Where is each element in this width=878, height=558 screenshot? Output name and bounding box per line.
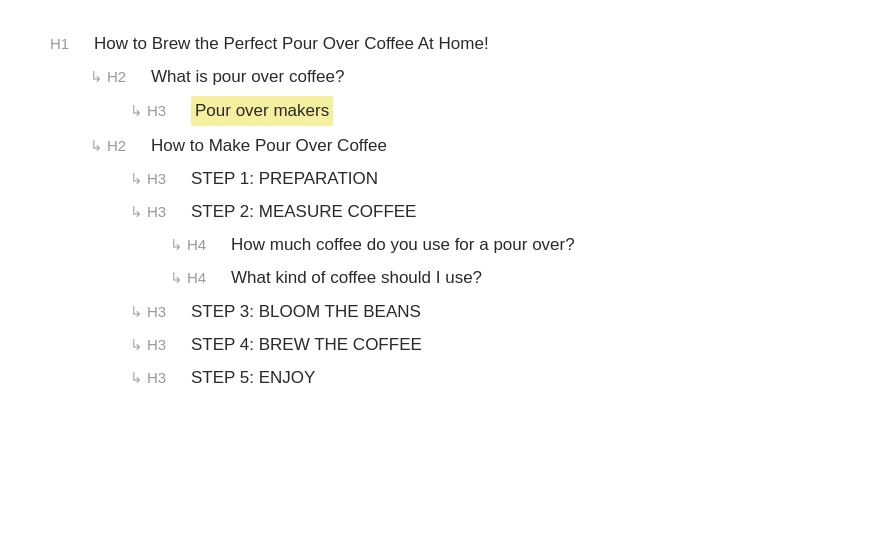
level-tag: H3 <box>147 200 183 224</box>
arrow-icon: ↳ <box>90 65 103 89</box>
outline-item[interactable]: ↳H2What is pour over coffee? <box>50 63 828 90</box>
outline-item[interactable]: ↳H2How to Make Pour Over Coffee <box>50 132 828 159</box>
item-text: STEP 2: MEASURE COFFEE <box>191 198 416 225</box>
item-text: What kind of coffee should I use? <box>231 264 482 291</box>
outline-item[interactable]: ↳H3STEP 1: PREPARATION <box>50 165 828 192</box>
outline-item[interactable]: ↳H4What kind of coffee should I use? <box>50 264 828 291</box>
outline-item[interactable]: ↳H3STEP 3: BLOOM THE BEANS <box>50 298 828 325</box>
outline-container: H1How to Brew the Perfect Pour Over Coff… <box>30 20 848 407</box>
outline-item[interactable]: ↳H4How much coffee do you use for a pour… <box>50 231 828 258</box>
arrow-icon: ↳ <box>90 134 103 158</box>
level-tag: H4 <box>187 266 223 290</box>
item-text: STEP 4: BREW THE COFFEE <box>191 331 422 358</box>
arrow-icon: ↳ <box>130 167 143 191</box>
item-text: How to Make Pour Over Coffee <box>151 132 387 159</box>
outline-item[interactable]: ↳H3STEP 2: MEASURE COFFEE <box>50 198 828 225</box>
item-text: STEP 1: PREPARATION <box>191 165 378 192</box>
level-tag: H3 <box>147 300 183 324</box>
item-text: STEP 3: BLOOM THE BEANS <box>191 298 421 325</box>
level-tag: H3 <box>147 99 183 123</box>
level-tag: H2 <box>107 134 143 158</box>
outline-item[interactable]: ↳H3STEP 4: BREW THE COFFEE <box>50 331 828 358</box>
item-text: STEP 5: ENJOY <box>191 364 315 391</box>
arrow-icon: ↳ <box>170 233 183 257</box>
arrow-icon: ↳ <box>130 366 143 390</box>
item-text: What is pour over coffee? <box>151 63 344 90</box>
level-tag: H4 <box>187 233 223 257</box>
item-text: How to Brew the Perfect Pour Over Coffee… <box>94 30 489 57</box>
item-text: Pour over makers <box>191 96 333 125</box>
level-tag: H3 <box>147 167 183 191</box>
level-tag: H1 <box>50 32 86 56</box>
arrow-icon: ↳ <box>130 200 143 224</box>
arrow-icon: ↳ <box>130 99 143 123</box>
arrow-icon: ↳ <box>130 333 143 357</box>
outline-item[interactable]: H1How to Brew the Perfect Pour Over Coff… <box>50 30 828 57</box>
arrow-icon: ↳ <box>130 300 143 324</box>
arrow-icon: ↳ <box>170 266 183 290</box>
item-text: How much coffee do you use for a pour ov… <box>231 231 575 258</box>
outline-item[interactable]: ↳H3STEP 5: ENJOY <box>50 364 828 391</box>
outline-item[interactable]: ↳H3Pour over makers <box>50 96 828 125</box>
level-tag: H2 <box>107 65 143 89</box>
level-tag: H3 <box>147 366 183 390</box>
level-tag: H3 <box>147 333 183 357</box>
